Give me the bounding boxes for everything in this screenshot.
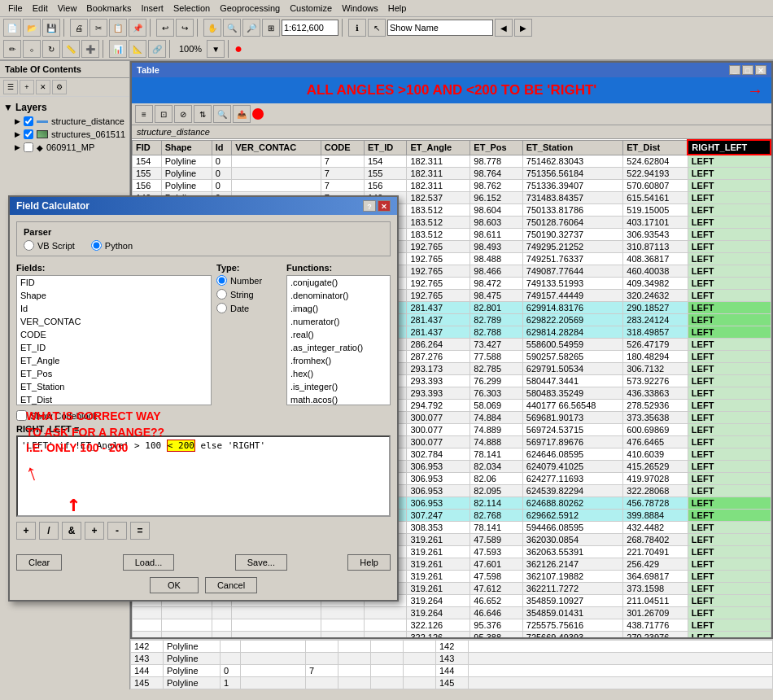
field-et-dist[interactable]: ET_Dist xyxy=(17,393,211,405)
copy-btn[interactable]: 📋 xyxy=(109,19,127,37)
show-codeblock-checkbox[interactable] xyxy=(16,410,27,421)
clear-button[interactable]: Clear xyxy=(16,554,62,571)
menu-view[interactable]: View xyxy=(53,2,82,15)
table-export-btn[interactable]: 📤 xyxy=(233,105,251,123)
functions-list[interactable]: .conjugate() .denominator() .imag() .num… xyxy=(286,275,391,405)
undo-btn[interactable]: ↩ xyxy=(156,19,174,37)
snap-btn[interactable]: 🔗 xyxy=(148,40,166,58)
table-maximize-btn[interactable]: □ xyxy=(742,65,753,75)
table-switch-btn[interactable]: ⇅ xyxy=(194,105,212,123)
menu-edit[interactable]: Edit xyxy=(28,2,53,15)
col-et-pos[interactable]: ET_Pos xyxy=(470,140,522,155)
attr-btn[interactable]: 📊 xyxy=(109,40,127,58)
type-date-input[interactable] xyxy=(216,303,227,313)
toc-layer-mp[interactable]: ▶ ◆ 060911_MP xyxy=(3,141,126,154)
col-id[interactable]: Id xyxy=(212,140,232,155)
menu-windows[interactable]: Windows xyxy=(337,2,383,15)
table-clear-btn[interactable]: ⊘ xyxy=(174,105,192,123)
func-fromhex[interactable]: .fromhex() xyxy=(287,354,390,367)
add-btn[interactable]: ➕ xyxy=(81,40,99,58)
op-plus-btn[interactable]: + xyxy=(16,522,36,540)
python-input[interactable] xyxy=(91,240,102,251)
func-acos[interactable]: math.acos() xyxy=(287,393,390,405)
close-btn-dlg[interactable]: ✕ xyxy=(378,200,391,212)
menu-bookmarks[interactable]: Bookmarks xyxy=(81,2,136,15)
new-map-btn[interactable]: 📄 xyxy=(3,19,21,37)
show-name-box[interactable]: Show Name xyxy=(387,20,493,36)
nav-prev-btn[interactable]: ◀ xyxy=(495,19,513,37)
zoom-out-btn[interactable]: 🔎 xyxy=(242,19,260,37)
help-button[interactable]: Help xyxy=(347,554,391,571)
field-fid[interactable]: FID xyxy=(17,276,211,289)
col-et-station[interactable]: ET_Station xyxy=(522,140,623,155)
open-btn[interactable]: 📂 xyxy=(23,19,41,37)
table-minimize-btn[interactable]: _ xyxy=(729,65,740,75)
col-fid[interactable]: FID xyxy=(133,140,162,155)
toc-checkbox-1[interactable] xyxy=(24,129,33,139)
edit-btn[interactable]: ✏ xyxy=(3,40,21,58)
menu-geoprocessing[interactable]: Geoprocessing xyxy=(215,2,285,15)
print-btn[interactable]: 🖨 xyxy=(70,19,88,37)
menu-customize[interactable]: Customize xyxy=(285,2,337,15)
func-real[interactable]: .real() xyxy=(287,328,390,341)
type-number-radio[interactable]: Number xyxy=(216,275,282,286)
func-conjugate[interactable]: .conjugate() xyxy=(287,276,390,289)
paste-btn[interactable]: 📌 xyxy=(129,19,146,37)
menu-help[interactable]: Help xyxy=(383,2,412,15)
col-code[interactable]: CODE xyxy=(321,140,364,155)
op-minus-btn[interactable]: - xyxy=(107,522,127,540)
func-numerator[interactable]: .numerator() xyxy=(287,315,390,328)
save-button[interactable]: Save... xyxy=(235,554,287,571)
func-hex[interactable]: .hex() xyxy=(287,367,390,380)
type-date-radio[interactable]: Date xyxy=(216,303,282,313)
python-radio[interactable]: Python xyxy=(91,240,133,251)
toc-checkbox-0[interactable] xyxy=(24,116,33,126)
field-ver-contac[interactable]: VER_CONTAC xyxy=(17,315,211,328)
type-string-radio[interactable]: String xyxy=(216,289,282,300)
vertex-btn[interactable]: ⬦ xyxy=(23,40,41,58)
toc-layer-structure-distance[interactable]: ▶ structure_distance xyxy=(3,115,126,128)
op-amp-btn[interactable]: & xyxy=(62,522,81,540)
field-et-station[interactable]: ET_Station xyxy=(17,380,211,393)
func-is-integer[interactable]: .is_integer() xyxy=(287,380,390,393)
menu-selection[interactable]: Selection xyxy=(168,2,215,15)
sketch-btn[interactable]: 📐 xyxy=(129,40,146,58)
save-btn[interactable]: 💾 xyxy=(42,19,60,37)
toc-checkbox-2[interactable] xyxy=(24,142,33,152)
table-close-red-btn[interactable] xyxy=(252,108,264,120)
field-et-pos[interactable]: ET_Pos xyxy=(17,367,211,380)
col-et-angle[interactable]: ET_Angle xyxy=(407,140,470,155)
rotate-btn[interactable]: ↻ xyxy=(42,40,60,58)
col-et-dist[interactable]: ET_Dist xyxy=(623,140,688,155)
vb-script-input[interactable] xyxy=(24,240,34,251)
zoom-in-btn[interactable]: 🔍 xyxy=(223,19,241,37)
col-et-id[interactable]: ET_ID xyxy=(364,140,406,155)
toc-add-btn[interactable]: + xyxy=(20,80,34,94)
redo-btn[interactable]: ↪ xyxy=(176,19,194,37)
toc-props-btn[interactable]: ⚙ xyxy=(52,80,67,94)
table-options-btn[interactable]: ≡ xyxy=(135,105,153,123)
table-select-btn[interactable]: ⊡ xyxy=(155,105,173,123)
zoom-input[interactable] xyxy=(282,20,338,36)
field-shape[interactable]: Shape xyxy=(17,289,211,302)
field-et-id[interactable]: ET_ID xyxy=(17,341,211,354)
toc-list-btn[interactable]: ☰ xyxy=(3,80,18,94)
table-find-btn[interactable]: 🔍 xyxy=(213,105,231,123)
func-imag[interactable]: .imag() xyxy=(287,302,390,315)
type-number-input[interactable] xyxy=(216,275,227,286)
identify-btn[interactable]: ℹ xyxy=(348,19,366,37)
toc-layer-structures[interactable]: ▶ structures_061511 xyxy=(3,128,126,141)
col-right-left[interactable]: RIGHT_LEFT xyxy=(688,140,771,155)
op-div-btn[interactable]: / xyxy=(39,522,59,540)
field-id[interactable]: Id xyxy=(17,302,211,315)
fields-list[interactable]: FID Shape Id VER_CONTAC CODE ET_ID ET_An… xyxy=(16,275,212,405)
cancel-button[interactable]: Cancel xyxy=(205,577,257,593)
zoom-pct-btn[interactable]: ▼ xyxy=(207,40,225,58)
measure-btn[interactable]: 📏 xyxy=(62,40,80,58)
vb-script-radio[interactable]: VB Script xyxy=(24,240,75,251)
func-denominator[interactable]: .denominator() xyxy=(287,289,390,302)
op-plus2-btn[interactable]: + xyxy=(85,522,104,540)
help-btn-dlg[interactable]: ? xyxy=(363,200,376,212)
col-shape[interactable]: Shape xyxy=(161,140,212,155)
load-button[interactable]: Load... xyxy=(123,554,175,571)
